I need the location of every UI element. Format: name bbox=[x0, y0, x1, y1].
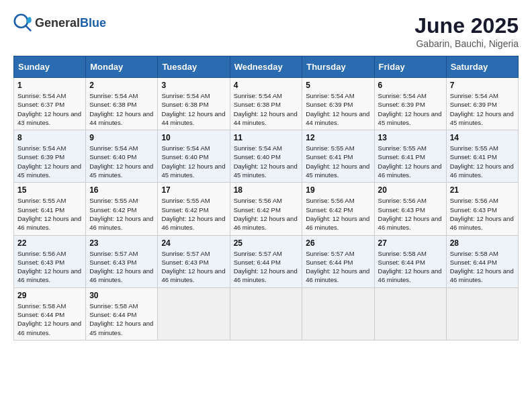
weekday-header-wednesday: Wednesday bbox=[230, 56, 302, 78]
day-number: 17 bbox=[161, 185, 226, 195]
day-number: 11 bbox=[234, 133, 299, 142]
title-area: June 2025 Gabarin, Bauchi, Nigeria bbox=[414, 13, 519, 49]
day-info: Sunrise: 5:57 AM Sunset: 6:44 PM Dayligh… bbox=[306, 249, 370, 285]
day-info: Sunrise: 5:54 AM Sunset: 6:39 PM Dayligh… bbox=[450, 91, 515, 127]
day-info: Sunrise: 5:54 AM Sunset: 6:39 PM Dayligh… bbox=[306, 91, 370, 127]
logo-icon bbox=[13, 13, 32, 32]
calendar-week-3: 15 Sunrise: 5:55 AM Sunset: 6:41 PM Dayl… bbox=[14, 183, 519, 235]
day-number: 3 bbox=[161, 81, 226, 90]
day-number: 22 bbox=[17, 238, 82, 248]
month-year: June 2025 bbox=[414, 13, 519, 38]
calendar-week-1: 1 Sunrise: 5:54 AM Sunset: 6:37 PM Dayli… bbox=[14, 78, 519, 130]
calendar-day-3: 3 Sunrise: 5:54 AM Sunset: 6:38 PM Dayli… bbox=[158, 78, 230, 130]
day-info: Sunrise: 5:57 AM Sunset: 6:43 PM Dayligh… bbox=[89, 249, 154, 285]
calendar-day-8: 8 Sunrise: 5:54 AM Sunset: 6:39 PM Dayli… bbox=[14, 130, 86, 183]
day-info: Sunrise: 5:54 AM Sunset: 6:38 PM Dayligh… bbox=[234, 91, 299, 127]
day-number: 2 bbox=[89, 81, 154, 90]
day-info: Sunrise: 5:54 AM Sunset: 6:39 PM Dayligh… bbox=[17, 144, 82, 179]
calendar-day-13: 13 Sunrise: 5:55 AM Sunset: 6:41 PM Dayl… bbox=[374, 130, 446, 183]
day-info: Sunrise: 5:56 AM Sunset: 6:42 PM Dayligh… bbox=[234, 196, 299, 232]
calendar-day-24: 24 Sunrise: 5:57 AM Sunset: 6:43 PM Dayl… bbox=[158, 235, 230, 287]
calendar-day-23: 23 Sunrise: 5:57 AM Sunset: 6:43 PM Dayl… bbox=[86, 235, 158, 287]
calendar-day-30: 30 Sunrise: 5:58 AM Sunset: 6:44 PM Dayl… bbox=[86, 287, 158, 340]
logo-general: General bbox=[35, 16, 80, 30]
calendar-day-27: 27 Sunrise: 5:58 AM Sunset: 6:44 PM Dayl… bbox=[374, 235, 446, 287]
weekday-header-thursday: Thursday bbox=[302, 56, 374, 78]
day-info: Sunrise: 5:55 AM Sunset: 6:41 PM Dayligh… bbox=[17, 196, 82, 232]
day-info: Sunrise: 5:54 AM Sunset: 6:40 PM Dayligh… bbox=[234, 144, 299, 179]
day-number: 9 bbox=[89, 133, 154, 142]
calendar-day-10: 10 Sunrise: 5:54 AM Sunset: 6:40 PM Dayl… bbox=[158, 130, 230, 183]
day-info: Sunrise: 5:56 AM Sunset: 6:42 PM Dayligh… bbox=[306, 196, 370, 232]
day-number: 20 bbox=[378, 185, 443, 195]
calendar-day-20: 20 Sunrise: 5:56 AM Sunset: 6:43 PM Dayl… bbox=[374, 183, 446, 235]
calendar-day-7: 7 Sunrise: 5:54 AM Sunset: 6:39 PM Dayli… bbox=[446, 78, 518, 130]
calendar-day-25: 25 Sunrise: 5:57 AM Sunset: 6:44 PM Dayl… bbox=[230, 235, 302, 287]
calendar-day-4: 4 Sunrise: 5:54 AM Sunset: 6:38 PM Dayli… bbox=[230, 78, 302, 130]
day-info: Sunrise: 5:58 AM Sunset: 6:44 PM Dayligh… bbox=[17, 302, 82, 337]
day-number: 13 bbox=[378, 133, 443, 142]
weekday-header-row: SundayMondayTuesdayWednesdayThursdayFrid… bbox=[14, 56, 519, 78]
calendar-day-5: 5 Sunrise: 5:54 AM Sunset: 6:39 PM Dayli… bbox=[302, 78, 374, 130]
weekday-header-monday: Monday bbox=[86, 56, 158, 78]
day-info: Sunrise: 5:58 AM Sunset: 6:44 PM Dayligh… bbox=[89, 302, 154, 337]
day-number: 30 bbox=[89, 291, 154, 300]
empty-cell bbox=[302, 287, 374, 340]
day-number: 5 bbox=[306, 81, 370, 90]
day-number: 12 bbox=[306, 133, 370, 142]
empty-cell bbox=[158, 287, 230, 340]
day-number: 1 bbox=[17, 81, 82, 90]
calendar-week-4: 22 Sunrise: 5:56 AM Sunset: 6:43 PM Dayl… bbox=[14, 235, 519, 287]
day-number: 23 bbox=[89, 238, 154, 248]
page-header: GeneralBlue June 2025 Gabarin, Bauchi, N… bbox=[13, 13, 519, 49]
day-info: Sunrise: 5:54 AM Sunset: 6:40 PM Dayligh… bbox=[89, 144, 154, 179]
day-number: 29 bbox=[17, 291, 82, 300]
day-number: 28 bbox=[450, 238, 515, 248]
weekday-header-tuesday: Tuesday bbox=[158, 56, 230, 78]
day-number: 19 bbox=[306, 185, 370, 195]
calendar-day-15: 15 Sunrise: 5:55 AM Sunset: 6:41 PM Dayl… bbox=[14, 183, 86, 235]
calendar-day-21: 21 Sunrise: 5:56 AM Sunset: 6:43 PM Dayl… bbox=[446, 183, 518, 235]
weekday-header-sunday: Sunday bbox=[14, 56, 86, 78]
day-number: 26 bbox=[306, 238, 370, 248]
day-number: 25 bbox=[234, 238, 299, 248]
calendar-day-17: 17 Sunrise: 5:55 AM Sunset: 6:42 PM Dayl… bbox=[158, 183, 230, 235]
day-info: Sunrise: 5:55 AM Sunset: 6:42 PM Dayligh… bbox=[161, 196, 226, 232]
day-number: 21 bbox=[450, 185, 515, 195]
day-info: Sunrise: 5:55 AM Sunset: 6:42 PM Dayligh… bbox=[89, 196, 154, 232]
day-number: 8 bbox=[17, 133, 82, 142]
weekday-header-friday: Friday bbox=[374, 56, 446, 78]
calendar-day-16: 16 Sunrise: 5:55 AM Sunset: 6:42 PM Dayl… bbox=[86, 183, 158, 235]
day-info: Sunrise: 5:56 AM Sunset: 6:43 PM Dayligh… bbox=[450, 196, 515, 232]
empty-cell bbox=[230, 287, 302, 340]
weekday-header-saturday: Saturday bbox=[446, 56, 518, 78]
day-number: 4 bbox=[234, 81, 299, 90]
calendar-day-28: 28 Sunrise: 5:58 AM Sunset: 6:44 PM Dayl… bbox=[446, 235, 518, 287]
day-info: Sunrise: 5:54 AM Sunset: 6:39 PM Dayligh… bbox=[378, 91, 443, 127]
day-info: Sunrise: 5:55 AM Sunset: 6:41 PM Dayligh… bbox=[450, 144, 515, 179]
calendar-day-11: 11 Sunrise: 5:54 AM Sunset: 6:40 PM Dayl… bbox=[230, 130, 302, 183]
day-info: Sunrise: 5:56 AM Sunset: 6:43 PM Dayligh… bbox=[17, 249, 82, 285]
calendar-day-1: 1 Sunrise: 5:54 AM Sunset: 6:37 PM Dayli… bbox=[14, 78, 86, 130]
day-info: Sunrise: 5:54 AM Sunset: 6:40 PM Dayligh… bbox=[161, 144, 226, 179]
day-number: 18 bbox=[234, 185, 299, 195]
day-info: Sunrise: 5:55 AM Sunset: 6:41 PM Dayligh… bbox=[378, 144, 443, 179]
location: Gabarin, Bauchi, Nigeria bbox=[414, 38, 519, 49]
day-number: 15 bbox=[17, 185, 82, 195]
calendar-day-22: 22 Sunrise: 5:56 AM Sunset: 6:43 PM Dayl… bbox=[14, 235, 86, 287]
day-info: Sunrise: 5:54 AM Sunset: 6:38 PM Dayligh… bbox=[161, 91, 226, 127]
calendar-day-18: 18 Sunrise: 5:56 AM Sunset: 6:42 PM Dayl… bbox=[230, 183, 302, 235]
day-number: 7 bbox=[450, 81, 515, 90]
day-number: 16 bbox=[89, 185, 154, 195]
empty-cell bbox=[374, 287, 446, 340]
day-number: 10 bbox=[161, 133, 226, 142]
day-info: Sunrise: 5:55 AM Sunset: 6:41 PM Dayligh… bbox=[306, 144, 370, 179]
day-number: 24 bbox=[161, 238, 226, 248]
calendar-day-12: 12 Sunrise: 5:55 AM Sunset: 6:41 PM Dayl… bbox=[302, 130, 374, 183]
day-info: Sunrise: 5:57 AM Sunset: 6:44 PM Dayligh… bbox=[234, 249, 299, 285]
day-number: 6 bbox=[378, 81, 443, 90]
calendar-day-6: 6 Sunrise: 5:54 AM Sunset: 6:39 PM Dayli… bbox=[374, 78, 446, 130]
calendar-day-2: 2 Sunrise: 5:54 AM Sunset: 6:38 PM Dayli… bbox=[86, 78, 158, 130]
calendar-day-19: 19 Sunrise: 5:56 AM Sunset: 6:42 PM Dayl… bbox=[302, 183, 374, 235]
day-number: 14 bbox=[450, 133, 515, 142]
